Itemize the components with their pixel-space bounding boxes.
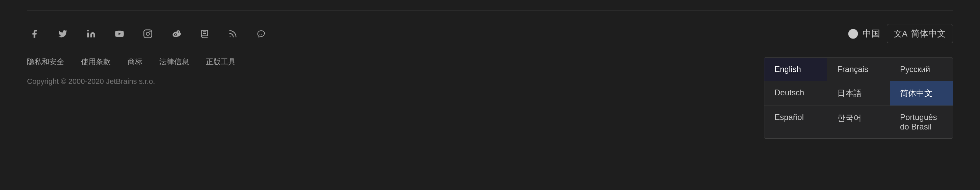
instagram-icon[interactable] bbox=[140, 26, 155, 41]
svg-rect-1 bbox=[144, 30, 151, 38]
youtube-icon[interactable] bbox=[112, 26, 127, 41]
social-icons bbox=[27, 26, 269, 41]
region-selector[interactable]: 中国 bbox=[847, 28, 880, 40]
privacy-link[interactable]: 隐私和安全 bbox=[27, 57, 64, 67]
rss-icon[interactable] bbox=[226, 26, 240, 41]
blog-icon[interactable] bbox=[197, 26, 212, 41]
wechat-icon[interactable] bbox=[254, 26, 269, 41]
terms-link[interactable]: 使用条款 bbox=[81, 57, 111, 67]
svg-point-6 bbox=[230, 36, 231, 37]
weibo-icon[interactable] bbox=[169, 26, 184, 41]
linkedin-icon[interactable] bbox=[84, 26, 99, 41]
lang-espanol[interactable]: Español bbox=[764, 106, 827, 138]
lang-francais[interactable]: Français bbox=[827, 58, 890, 81]
lang-korean[interactable]: 한국어 bbox=[827, 106, 890, 138]
language-label: 简体中文 bbox=[911, 28, 946, 40]
svg-point-0 bbox=[87, 30, 89, 32]
language-button[interactable]: 文A 简体中文 bbox=[887, 24, 953, 43]
svg-point-2 bbox=[146, 32, 149, 35]
svg-point-3 bbox=[150, 31, 151, 32]
lang-portuguese-brazil[interactable]: Português do Brasil bbox=[890, 106, 953, 138]
lang-simplified-chinese[interactable]: 简体中文 bbox=[890, 81, 953, 106]
social-row: 中国 文A 简体中文 bbox=[27, 24, 953, 43]
legal-link[interactable]: 法律信息 bbox=[159, 57, 189, 67]
language-grid: English Français Русский Deutsch 日本語 简体中… bbox=[764, 58, 953, 138]
tools-link[interactable]: 正版工具 bbox=[206, 57, 235, 67]
region-label: 中国 bbox=[862, 28, 880, 40]
globe-icon bbox=[847, 28, 859, 40]
lang-japanese[interactable]: 日本語 bbox=[827, 81, 890, 106]
lang-english[interactable]: English bbox=[764, 58, 827, 81]
top-divider bbox=[27, 10, 953, 11]
lang-russian[interactable]: Русский bbox=[890, 58, 953, 81]
lang-deutsch[interactable]: Deutsch bbox=[764, 81, 827, 106]
footer: 中国 文A 简体中文 隐私和安全 使用条款 商标 法律信息 正版工具 Copyr… bbox=[0, 0, 980, 190]
translate-icon: 文A bbox=[894, 29, 907, 39]
trademark-link[interactable]: 商标 bbox=[127, 57, 142, 67]
language-dropdown: English Français Русский Deutsch 日本語 简体中… bbox=[764, 57, 953, 139]
region-controls: 中国 文A 简体中文 bbox=[847, 24, 953, 43]
facebook-icon[interactable] bbox=[27, 26, 42, 41]
twitter-icon[interactable] bbox=[55, 26, 70, 41]
